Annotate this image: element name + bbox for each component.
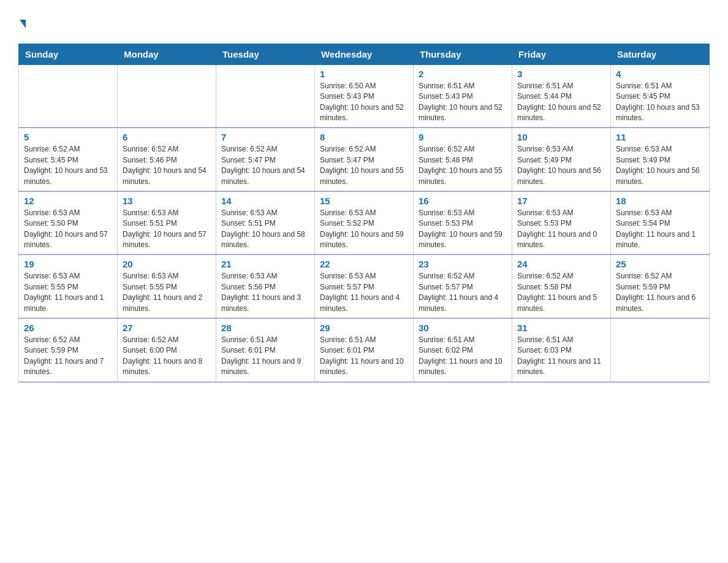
calendar-cell: 22Sunrise: 6:53 AM Sunset: 5:57 PM Dayli… [315, 255, 414, 318]
day-number: 30 [419, 323, 507, 333]
day-number: 12 [24, 196, 112, 206]
calendar-cell: 25Sunrise: 6:52 AM Sunset: 5:59 PM Dayli… [611, 255, 710, 318]
calendar-cell: 8Sunrise: 6:52 AM Sunset: 5:47 PM Daylig… [315, 128, 414, 191]
calendar-cell: 3Sunrise: 6:51 AM Sunset: 5:44 PM Daylig… [512, 64, 611, 128]
day-info: Sunrise: 6:50 AM Sunset: 5:43 PM Dayligh… [320, 81, 408, 124]
day-info: Sunrise: 6:53 AM Sunset: 5:56 PM Dayligh… [221, 271, 309, 314]
calendar-week-row: 12Sunrise: 6:53 AM Sunset: 5:50 PM Dayli… [19, 191, 710, 255]
day-number: 14 [221, 196, 309, 206]
calendar-table: SundayMondayTuesdayWednesdayThursdayFrid… [18, 44, 710, 383]
day-info: Sunrise: 6:51 AM Sunset: 6:02 PM Dayligh… [419, 335, 507, 378]
day-number: 10 [517, 132, 605, 142]
header-day-wednesday: Wednesday [315, 44, 414, 64]
calendar-header-row: SundayMondayTuesdayWednesdayThursdayFrid… [19, 44, 710, 64]
logo [18, 12, 26, 31]
calendar-cell: 20Sunrise: 6:53 AM Sunset: 5:55 PM Dayli… [118, 255, 216, 318]
calendar-cell: 14Sunrise: 6:53 AM Sunset: 5:51 PM Dayli… [216, 191, 315, 255]
day-info: Sunrise: 6:53 AM Sunset: 5:55 PM Dayligh… [24, 271, 112, 314]
day-info: Sunrise: 6:53 AM Sunset: 5:54 PM Dayligh… [616, 208, 704, 251]
calendar-cell: 6Sunrise: 6:52 AM Sunset: 5:46 PM Daylig… [118, 128, 216, 191]
day-number: 9 [419, 132, 507, 142]
day-number: 19 [24, 259, 112, 269]
calendar-cell: 17Sunrise: 6:53 AM Sunset: 5:53 PM Dayli… [512, 191, 611, 255]
day-number: 22 [320, 259, 408, 269]
day-number: 31 [517, 323, 605, 333]
calendar-cell: 16Sunrise: 6:53 AM Sunset: 5:53 PM Dayli… [414, 191, 512, 255]
calendar-cell: 4Sunrise: 6:51 AM Sunset: 5:45 PM Daylig… [611, 64, 710, 128]
day-number: 4 [616, 69, 704, 79]
calendar-cell: 1Sunrise: 6:50 AM Sunset: 5:43 PM Daylig… [315, 64, 414, 128]
day-number: 11 [616, 132, 704, 142]
calendar-cell: 21Sunrise: 6:53 AM Sunset: 5:56 PM Dayli… [216, 255, 315, 318]
day-info: Sunrise: 6:53 AM Sunset: 5:51 PM Dayligh… [221, 208, 309, 251]
day-number: 5 [24, 132, 112, 142]
calendar-cell: 11Sunrise: 6:53 AM Sunset: 5:49 PM Dayli… [611, 128, 710, 191]
header-day-monday: Monday [118, 44, 216, 64]
day-info: Sunrise: 6:52 AM Sunset: 5:57 PM Dayligh… [419, 271, 507, 314]
calendar-week-row: 26Sunrise: 6:52 AM Sunset: 5:59 PM Dayli… [19, 318, 710, 382]
calendar-cell [611, 318, 710, 382]
day-number: 24 [517, 259, 605, 269]
day-info: Sunrise: 6:52 AM Sunset: 5:59 PM Dayligh… [616, 271, 704, 314]
day-info: Sunrise: 6:53 AM Sunset: 5:49 PM Dayligh… [517, 144, 605, 187]
calendar-week-row: 1Sunrise: 6:50 AM Sunset: 5:43 PM Daylig… [19, 64, 710, 128]
day-number: 15 [320, 196, 408, 206]
calendar-cell: 29Sunrise: 6:51 AM Sunset: 6:01 PM Dayli… [315, 318, 414, 382]
calendar-cell: 24Sunrise: 6:52 AM Sunset: 5:58 PM Dayli… [512, 255, 611, 318]
day-info: Sunrise: 6:53 AM Sunset: 5:53 PM Dayligh… [419, 208, 507, 251]
day-info: Sunrise: 6:51 AM Sunset: 6:01 PM Dayligh… [320, 335, 408, 378]
calendar-cell: 23Sunrise: 6:52 AM Sunset: 5:57 PM Dayli… [414, 255, 512, 318]
header-day-saturday: Saturday [611, 44, 710, 64]
calendar-cell: 26Sunrise: 6:52 AM Sunset: 5:59 PM Dayli… [19, 318, 118, 382]
day-info: Sunrise: 6:51 AM Sunset: 5:44 PM Dayligh… [517, 81, 605, 124]
day-info: Sunrise: 6:52 AM Sunset: 5:47 PM Dayligh… [221, 144, 309, 187]
calendar-cell: 5Sunrise: 6:52 AM Sunset: 5:45 PM Daylig… [19, 128, 118, 191]
day-info: Sunrise: 6:52 AM Sunset: 5:46 PM Dayligh… [123, 144, 211, 187]
day-number: 3 [517, 69, 605, 79]
day-info: Sunrise: 6:51 AM Sunset: 5:43 PM Dayligh… [419, 81, 507, 124]
calendar-cell: 19Sunrise: 6:53 AM Sunset: 5:55 PM Dayli… [19, 255, 118, 318]
day-number: 13 [123, 196, 211, 206]
day-info: Sunrise: 6:52 AM Sunset: 6:00 PM Dayligh… [123, 335, 211, 378]
calendar-cell: 31Sunrise: 6:51 AM Sunset: 6:03 PM Dayli… [512, 318, 611, 382]
header-day-friday: Friday [512, 44, 611, 64]
calendar-cell: 7Sunrise: 6:52 AM Sunset: 5:47 PM Daylig… [216, 128, 315, 191]
day-number: 26 [24, 323, 112, 333]
calendar-cell: 10Sunrise: 6:53 AM Sunset: 5:49 PM Dayli… [512, 128, 611, 191]
day-number: 6 [123, 132, 211, 142]
day-number: 8 [320, 132, 408, 142]
calendar-week-row: 19Sunrise: 6:53 AM Sunset: 5:55 PM Dayli… [19, 255, 710, 318]
day-number: 21 [221, 259, 309, 269]
calendar-cell: 28Sunrise: 6:51 AM Sunset: 6:01 PM Dayli… [216, 318, 315, 382]
calendar-cell: 27Sunrise: 6:52 AM Sunset: 6:00 PM Dayli… [118, 318, 216, 382]
calendar-cell: 2Sunrise: 6:51 AM Sunset: 5:43 PM Daylig… [414, 64, 512, 128]
day-number: 17 [517, 196, 605, 206]
day-number: 28 [221, 323, 309, 333]
day-info: Sunrise: 6:52 AM Sunset: 5:45 PM Dayligh… [24, 144, 112, 187]
header-day-thursday: Thursday [414, 44, 512, 64]
page-header [18, 12, 710, 31]
day-info: Sunrise: 6:53 AM Sunset: 5:52 PM Dayligh… [320, 208, 408, 251]
calendar-cell: 13Sunrise: 6:53 AM Sunset: 5:51 PM Dayli… [118, 191, 216, 255]
day-number: 25 [616, 259, 704, 269]
day-info: Sunrise: 6:52 AM Sunset: 5:47 PM Dayligh… [320, 144, 408, 187]
calendar-cell [216, 64, 315, 128]
calendar-week-row: 5Sunrise: 6:52 AM Sunset: 5:45 PM Daylig… [19, 128, 710, 191]
day-info: Sunrise: 6:52 AM Sunset: 5:59 PM Dayligh… [24, 335, 112, 378]
logo-triangle-icon [20, 20, 26, 28]
day-info: Sunrise: 6:52 AM Sunset: 5:48 PM Dayligh… [419, 144, 507, 187]
calendar-cell [19, 64, 118, 128]
day-info: Sunrise: 6:53 AM Sunset: 5:55 PM Dayligh… [123, 271, 211, 314]
day-info: Sunrise: 6:53 AM Sunset: 5:57 PM Dayligh… [320, 271, 408, 314]
day-info: Sunrise: 6:53 AM Sunset: 5:53 PM Dayligh… [517, 208, 605, 251]
day-number: 18 [616, 196, 704, 206]
day-number: 23 [419, 259, 507, 269]
day-number: 29 [320, 323, 408, 333]
header-day-tuesday: Tuesday [216, 44, 315, 64]
day-number: 7 [221, 132, 309, 142]
day-info: Sunrise: 6:53 AM Sunset: 5:49 PM Dayligh… [616, 144, 704, 187]
day-number: 20 [123, 259, 211, 269]
calendar-cell: 18Sunrise: 6:53 AM Sunset: 5:54 PM Dayli… [611, 191, 710, 255]
day-info: Sunrise: 6:51 AM Sunset: 6:03 PM Dayligh… [517, 335, 605, 378]
day-info: Sunrise: 6:51 AM Sunset: 5:45 PM Dayligh… [616, 81, 704, 124]
